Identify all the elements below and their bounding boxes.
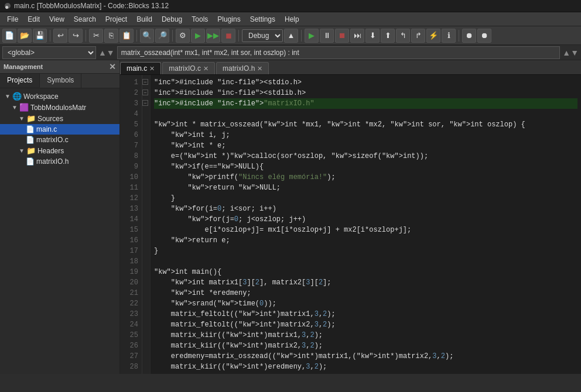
new-btn[interactable]: 📄 bbox=[2, 29, 16, 43]
sep3 bbox=[136, 30, 137, 42]
code-line-13: "kw">for(i=0; i<sor; i++) bbox=[154, 204, 577, 214]
matrix-io-h-icon: 📄 bbox=[26, 157, 35, 166]
open-btn[interactable]: 📂 bbox=[18, 29, 32, 43]
headers-folder-icon: 📁 bbox=[26, 146, 36, 155]
sidebar-tabs: Projects Symbols bbox=[0, 74, 119, 88]
menu-item-project[interactable]: Project bbox=[101, 14, 132, 25]
tab-matrix-io-h[interactable]: matrixIO.h ✕ bbox=[216, 62, 269, 74]
replace-btn[interactable]: 🔎 bbox=[155, 29, 169, 43]
titlebar-icon: ● bbox=[5, 3, 11, 9]
menu-item-tools[interactable]: Tools bbox=[187, 14, 213, 25]
paste-btn[interactable]: 📋 bbox=[119, 29, 134, 43]
debug-cpu-btn[interactable]: ⚡ bbox=[426, 29, 440, 43]
tab-matrix-io-c-close[interactable]: ✕ bbox=[203, 65, 209, 73]
menubar: FileEditViewSearchProjectBuildDebugTools… bbox=[0, 12, 581, 26]
tree-matrix-io-c[interactable]: 📄 matrixIO.c bbox=[0, 135, 119, 145]
scope-right-input[interactable] bbox=[117, 46, 561, 59]
undo-btn[interactable]: ↩ bbox=[53, 29, 67, 43]
copy-btn[interactable]: ⎘ bbox=[104, 29, 118, 43]
tab-matrix-io-h-close[interactable]: ✕ bbox=[257, 65, 262, 73]
run-btn[interactable]: ▶ bbox=[191, 29, 205, 43]
tab-matrix-io-c[interactable]: matrixIO.c ✕ bbox=[162, 62, 215, 74]
code-line-10: "kw">printf("Nincs elég memória!"); bbox=[154, 172, 577, 183]
fold-19[interactable]: − bbox=[142, 98, 150, 109]
tree-project[interactable]: ▼ 🟪 TobbModulosMatr bbox=[0, 102, 119, 113]
line-num-27: 27 bbox=[124, 351, 138, 362]
save-btn[interactable]: 💾 bbox=[33, 29, 47, 43]
menu-item-settings[interactable]: Settings bbox=[245, 14, 280, 25]
matrix-io-h-label: matrixIO.h bbox=[36, 157, 69, 166]
scope-left-select[interactable]: <global> bbox=[2, 46, 96, 59]
menu-item-build[interactable]: Build bbox=[132, 14, 157, 25]
scopebar: <global> ▲▼ ▲▼ bbox=[0, 45, 581, 60]
tree-main-c[interactable]: 📄 main.c bbox=[0, 124, 119, 135]
sources-arrow: ▼ bbox=[19, 115, 25, 122]
debug-info-btn[interactable]: ℹ bbox=[442, 29, 456, 43]
tab-projects[interactable]: Projects bbox=[0, 74, 40, 88]
debug-stop-btn[interactable]: ⏹ bbox=[335, 29, 349, 43]
settings-btn[interactable]: ⚙ bbox=[176, 29, 190, 43]
code-content[interactable]: "inc">#include "inc-file"><stdio.h>"inc"… bbox=[151, 75, 581, 374]
code-line-3: "inc">#include "inc-file">"matrixIO.h" bbox=[154, 98, 577, 109]
tab-main-c-label: main.c bbox=[127, 64, 147, 73]
line-num-15: 15 bbox=[124, 225, 138, 235]
line-num-18: 18 bbox=[124, 256, 138, 267]
tab-main-c[interactable]: main.c ✕ bbox=[120, 62, 161, 74]
project-arrow: ▼ bbox=[12, 104, 18, 111]
debug-out-btn[interactable]: ⬆ bbox=[381, 29, 395, 43]
menu-item-help[interactable]: Help bbox=[280, 14, 304, 25]
workspace-label: Workspace bbox=[23, 92, 59, 101]
build-run-btn[interactable]: ▶▶ bbox=[206, 29, 220, 43]
main-layout: Management ✕ Projects Symbols ▼ 🌐 Worksp… bbox=[0, 60, 581, 374]
extra2-btn[interactable]: ⏺ bbox=[477, 29, 491, 43]
line-num-14: 14 bbox=[124, 214, 138, 225]
config-up-btn[interactable]: ▲ bbox=[284, 29, 298, 43]
code-line-18 bbox=[154, 256, 577, 267]
menu-item-file[interactable]: File bbox=[2, 14, 23, 25]
search-btn[interactable]: 🔍 bbox=[140, 29, 154, 43]
toolbar: 📄 📂 💾 ↩ ↪ ✂ ⎘ 📋 🔍 🔎 ⚙ ▶ ▶▶ ◼ Debug ▲ ▶ ⏸… bbox=[0, 26, 581, 45]
code-line-7: "kw">int * e; bbox=[154, 140, 577, 151]
management-label: Management bbox=[4, 63, 43, 70]
debug-fwd-btn[interactable]: ↱ bbox=[411, 29, 425, 43]
fold-5[interactable]: − bbox=[142, 77, 150, 88]
menu-item-view[interactable]: View bbox=[45, 14, 69, 25]
debug-run-btn[interactable]: ▶ bbox=[305, 29, 319, 43]
config-select[interactable]: Debug bbox=[242, 29, 283, 42]
tab-symbols[interactable]: Symbols bbox=[40, 74, 81, 88]
line-num-11: 11 bbox=[124, 183, 138, 193]
tree-workspace[interactable]: ▼ 🌐 Workspace bbox=[0, 91, 119, 102]
menu-item-search[interactable]: Search bbox=[69, 14, 101, 25]
menu-item-edit[interactable]: Edit bbox=[23, 14, 45, 25]
code-line-29: "kw">return 0; bbox=[154, 372, 577, 374]
code-line-11: "kw">return "kw">NULL; bbox=[154, 183, 577, 193]
sep1 bbox=[50, 30, 50, 42]
cut-btn[interactable]: ✂ bbox=[89, 29, 103, 43]
redo-btn[interactable]: ↪ bbox=[69, 29, 83, 43]
stop-btn[interactable]: ◼ bbox=[221, 29, 235, 43]
tab-main-c-close[interactable]: ✕ bbox=[149, 65, 155, 73]
tree-matrix-io-h[interactable]: 📄 matrixIO.h bbox=[0, 156, 119, 167]
code-view[interactable]: 1234567891011121314151617181920212223242… bbox=[120, 75, 581, 374]
line-num-21: 21 bbox=[124, 288, 138, 298]
matrix-io-c-label: matrixIO.c bbox=[36, 136, 69, 144]
titlebar-title: main.c [TobbModulosMatrix] - Code::Block… bbox=[14, 2, 169, 10]
code-line-9: "kw">if(e=="kw">NULL){ bbox=[154, 161, 577, 172]
menu-item-debug[interactable]: Debug bbox=[157, 14, 187, 25]
fold-9[interactable]: − bbox=[142, 88, 150, 98]
headers-arrow: ▼ bbox=[19, 147, 25, 154]
sep5 bbox=[238, 30, 239, 42]
extra1-btn[interactable]: ⏺ bbox=[462, 29, 476, 43]
editor-tabs: main.c ✕ matrixIO.c ✕ matrixIO.h ✕ bbox=[120, 60, 581, 75]
code-line-1: "inc">#include "inc-file"><stdio.h> bbox=[154, 77, 577, 88]
tree-sources[interactable]: ▼ 📁 Sources bbox=[0, 113, 119, 124]
debug-next-btn[interactable]: ⏭ bbox=[350, 29, 364, 43]
tree-headers[interactable]: ▼ 📁 Headers bbox=[0, 145, 119, 156]
debug-pause-btn[interactable]: ⏸ bbox=[320, 29, 334, 43]
debug-back-btn[interactable]: ↰ bbox=[396, 29, 410, 43]
line-num-4: 4 bbox=[124, 109, 138, 119]
management-close-btn[interactable]: ✕ bbox=[109, 62, 116, 71]
debug-step-btn[interactable]: ⬇ bbox=[365, 29, 380, 43]
workspace-icon: 🌐 bbox=[12, 92, 22, 101]
menu-item-plugins[interactable]: Plugins bbox=[213, 14, 245, 25]
